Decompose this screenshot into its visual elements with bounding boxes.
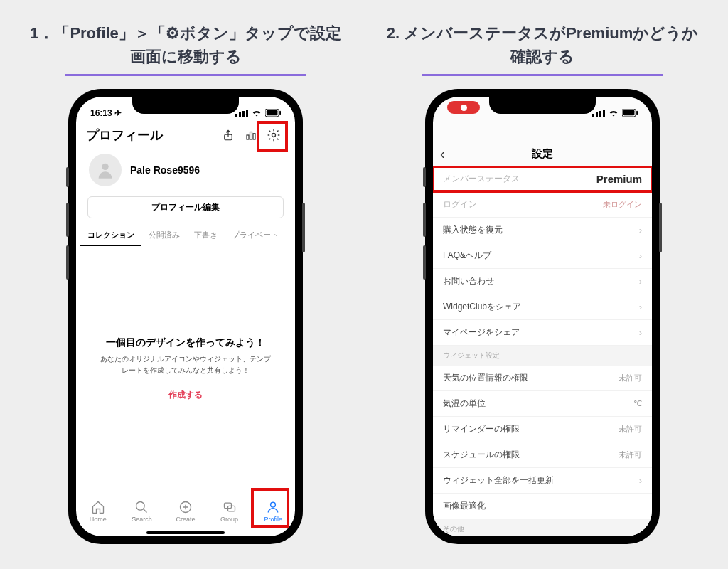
nav-create[interactable]: Create (164, 491, 208, 531)
tab-drafts[interactable]: 下書き (187, 225, 225, 246)
back-button[interactable]: ‹ (440, 146, 445, 162)
battery-icon (622, 109, 638, 118)
svg-rect-19 (596, 112, 598, 117)
nav-group[interactable]: Group (208, 491, 252, 531)
svg-rect-24 (636, 111, 638, 115)
chevron-right-icon: › (639, 475, 642, 486)
svg-rect-8 (247, 135, 249, 139)
row-contact[interactable]: お問い合わせ› (433, 269, 652, 294)
nav-home[interactable]: Home (76, 491, 120, 531)
screen-recording-indicator (447, 101, 480, 114)
phone-mockup-2: ‹ 設定 メンバーステータス Premium ログイン 未ログイン 購入状態を復… (425, 89, 660, 544)
svg-rect-6 (279, 111, 281, 115)
row-share-app[interactable]: WidgetClubをシェア› (433, 294, 652, 320)
create-cta[interactable]: 作成する (168, 389, 203, 401)
svg-point-13 (136, 501, 145, 510)
wifi-icon (609, 109, 619, 118)
chevron-right-icon: › (639, 276, 642, 287)
row-share-mypage[interactable]: マイページをシェア› (433, 320, 652, 346)
nav-search-label: Search (132, 516, 152, 523)
svg-point-12 (102, 164, 108, 170)
row-login[interactable]: ログイン 未ログイン (433, 192, 652, 218)
row-restore[interactable]: 購入状態を復元› (433, 218, 652, 243)
svg-rect-0 (235, 114, 237, 117)
step2-title: 2. メンバーステータスがPremiumかどうか確認する (385, 21, 700, 68)
nav-home-label: Home (90, 516, 107, 523)
chevron-right-icon: › (639, 327, 642, 338)
chevron-right-icon: › (639, 225, 642, 235)
tab-published[interactable]: 公開済み (141, 225, 187, 246)
row-schedule-permission[interactable]: スケジュールの権限 未許可 (433, 442, 652, 468)
edit-profile-button[interactable]: プロフィール編集 (87, 196, 284, 218)
section-other: その他 (433, 519, 652, 536)
step1-underline (65, 74, 306, 76)
row-image-optimize[interactable]: 画像最適化 (433, 494, 652, 519)
phone-mockup-1: 16:13 ✈ プロフィール (68, 89, 303, 544)
tab-collection[interactable]: コレクション (80, 225, 141, 246)
row-weather-permission[interactable]: 天気の位置情報の権限 未許可 (433, 366, 652, 391)
status-time: 16:13 ✈ (90, 108, 122, 118)
nav-group-label: Group (220, 516, 238, 523)
login-label: ログイン (443, 198, 477, 211)
section-widget-settings: ウィジェット設定 (433, 346, 652, 366)
svg-rect-1 (239, 112, 241, 117)
svg-rect-21 (603, 110, 605, 117)
login-value: 未ログイン (603, 199, 642, 210)
battery-icon (265, 109, 281, 118)
member-status-value: Premium (596, 173, 642, 185)
chevron-right-icon: › (639, 250, 642, 261)
svg-rect-2 (242, 111, 245, 117)
member-status-label: メンバーステータス (443, 173, 520, 185)
nav-search[interactable]: Search (120, 491, 164, 531)
highlight-profile-tab (251, 488, 289, 528)
row-reminder-permission[interactable]: リマインダーの権限 未許可 (433, 417, 652, 442)
svg-rect-20 (599, 111, 601, 117)
empty-subtext: あなたのオリジナルアイコンやウィジェット、テンプレートを作成してみんなと共有しよ… (97, 353, 274, 376)
nav-create-label: Create (176, 516, 195, 523)
step2-underline (422, 74, 663, 76)
chevron-right-icon: › (639, 302, 642, 312)
tab-private[interactable]: プライベート (225, 225, 286, 246)
row-member-status[interactable]: メンバーステータス Premium (433, 166, 652, 192)
row-bulk-update[interactable]: ウィジェット全部を一括更新› (433, 468, 652, 494)
row-temp-unit[interactable]: 気温の単位 ℃ (433, 391, 652, 417)
username: Pale Rose9596 (130, 164, 200, 176)
svg-rect-3 (246, 110, 248, 117)
highlight-settings-gear (257, 121, 288, 152)
signal-icon (235, 110, 248, 118)
empty-heading: 一個目のデザインを作ってみよう！ (106, 336, 265, 349)
share-icon[interactable] (217, 124, 240, 147)
svg-rect-18 (592, 114, 594, 117)
profile-page-title: プロフィール (86, 127, 217, 144)
avatar[interactable] (89, 154, 122, 186)
settings-title: 設定 (532, 147, 553, 161)
svg-rect-9 (250, 132, 252, 140)
svg-rect-10 (253, 134, 255, 139)
wifi-icon (252, 109, 262, 118)
step1-title: 1．「Profile」＞「⚙ボタン」タップで設定画面に移動する (28, 21, 343, 68)
svg-rect-23 (623, 110, 635, 115)
row-faq[interactable]: FAQ&ヘルプ› (433, 243, 652, 269)
signal-icon (592, 110, 605, 118)
svg-rect-5 (267, 110, 278, 115)
